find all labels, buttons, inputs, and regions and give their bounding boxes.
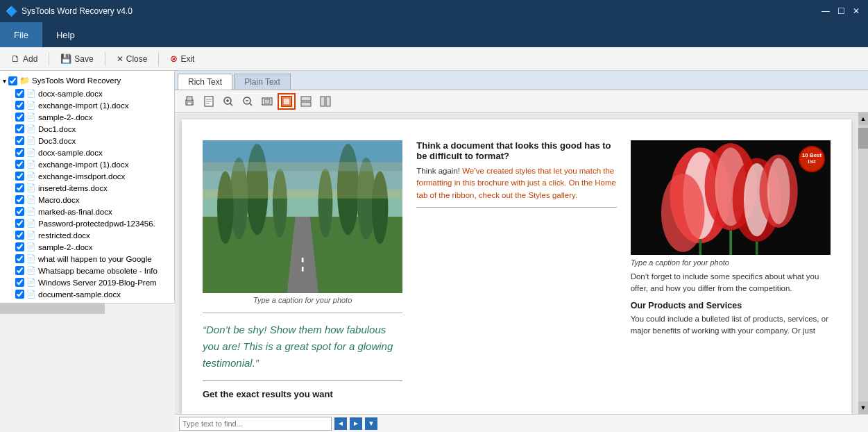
file-tree: ▾ 📁 SysTools Word Recovery 📄 docx-sample… xyxy=(0,71,174,303)
active-view-button[interactable] xyxy=(278,93,296,110)
item-checkbox[interactable] xyxy=(15,290,24,299)
flower-badge: 10 Best list xyxy=(799,146,825,172)
list-item[interactable]: 📄 Doc3.docx xyxy=(0,135,174,147)
list-item[interactable]: 📄 document-sample.docx xyxy=(0,288,174,300)
minimize-button[interactable]: — xyxy=(819,5,832,17)
root-folder-icon: 📁 xyxy=(19,76,30,85)
item-checkbox[interactable] xyxy=(15,254,24,263)
fit-width-button[interactable] xyxy=(258,93,276,110)
save-button[interactable]: 💾 Save xyxy=(53,51,100,67)
col1-quote: “Don’t be shy! Show them how fabulous yo… xyxy=(203,322,402,372)
item-checkbox[interactable] xyxy=(15,113,24,122)
find-next-button[interactable]: ► xyxy=(350,417,362,430)
svg-rect-18 xyxy=(301,97,311,101)
find-options-button[interactable]: ▼ xyxy=(365,417,377,430)
sidebar-horizontal-scrollbar[interactable] xyxy=(0,303,175,314)
col3-caption: Type a caption for your photo xyxy=(631,258,831,267)
two-col-button[interactable] xyxy=(316,93,334,110)
col3-body2: You could include a bulleted list of pro… xyxy=(631,313,831,338)
right-panel: Rich Text Plain Text xyxy=(175,71,868,432)
menu-file[interactable]: File xyxy=(0,22,42,47)
col2-body: Think again! We’ve created styles that l… xyxy=(416,165,616,201)
add-icon: 🗋 xyxy=(11,53,20,64)
file-icon: 📄 xyxy=(26,148,36,157)
sidebar-wrapper: ▾ 📁 SysTools Word Recovery 📄 docx-sample… xyxy=(0,71,175,432)
find-prev-button[interactable]: ◄ xyxy=(334,417,347,430)
scrollbar-thumb[interactable] xyxy=(858,128,868,149)
zoom-in-button[interactable] xyxy=(219,93,237,110)
road-svg-image xyxy=(203,140,402,293)
list-item[interactable]: 📄 docx-sample.docx xyxy=(0,147,174,158)
file-icon: 📄 xyxy=(26,183,36,192)
item-checkbox[interactable] xyxy=(15,183,24,192)
list-item[interactable]: 📄 sample-2-.docx xyxy=(0,111,174,123)
exit-button[interactable]: ⊗ Exit xyxy=(163,51,201,67)
item-checkbox[interactable] xyxy=(15,231,24,240)
item-checkbox[interactable] xyxy=(15,278,24,287)
save-icon: 💾 xyxy=(60,53,71,64)
root-checkbox[interactable] xyxy=(8,76,17,85)
close-window-button[interactable]: ✕ xyxy=(850,5,862,17)
tree-root-item[interactable]: ▾ 📁 SysTools Word Recovery xyxy=(0,74,174,88)
doc-column-1: Type a caption for your photo “Don’t be … xyxy=(203,140,402,404)
list-item[interactable]: 📄 restricted.docx xyxy=(0,229,174,241)
item-checkbox[interactable] xyxy=(15,136,24,145)
item-checkbox[interactable] xyxy=(15,172,24,181)
svg-line-12 xyxy=(250,103,253,106)
svg-line-8 xyxy=(230,103,233,106)
item-checkbox[interactable] xyxy=(15,89,24,98)
list-item[interactable]: 📄 Whatsapp became obsolete - Info xyxy=(0,265,174,276)
list-item[interactable]: 📄 exchange-import (1).docx xyxy=(0,158,174,170)
list-item[interactable]: 📄 what will happen to your Google xyxy=(0,253,174,265)
page-view-button[interactable] xyxy=(200,93,218,110)
print-button[interactable] xyxy=(180,93,198,110)
item-checkbox[interactable] xyxy=(15,101,24,110)
window-controls: — ☐ ✕ xyxy=(819,5,862,17)
toolbar-separator-2 xyxy=(105,52,105,66)
list-item[interactable]: 📄 exchange-import (1).docx xyxy=(0,99,174,111)
file-icon: 📄 xyxy=(26,231,36,240)
item-checkbox[interactable] xyxy=(15,148,24,157)
svg-rect-20 xyxy=(321,97,325,106)
list-item[interactable]: 📄 inseretd-items.docx xyxy=(0,182,174,194)
tab-plain-text[interactable]: Plain Text xyxy=(234,74,291,90)
file-icon: 📄 xyxy=(26,113,36,122)
item-checkbox[interactable] xyxy=(15,195,24,204)
zoom-out-button[interactable] xyxy=(239,93,257,110)
scroll-down-button[interactable]: ▼ xyxy=(858,401,868,414)
vertical-scrollbar[interactable]: ▲ ▼ xyxy=(858,113,868,414)
item-checkbox[interactable] xyxy=(15,266,24,275)
single-col-button[interactable] xyxy=(297,93,315,110)
tab-rich-text[interactable]: Rich Text xyxy=(178,74,232,90)
close-button[interactable]: ✕ Close xyxy=(110,51,155,67)
list-item[interactable]: 📄 exchange-imsdport.docx xyxy=(0,170,174,182)
file-icon: 📄 xyxy=(26,254,36,263)
svg-rect-21 xyxy=(326,97,330,106)
col2-divider-1 xyxy=(416,207,616,208)
file-tree-sidebar: ▾ 📁 SysTools Word Recovery 📄 docx-sample… xyxy=(0,71,175,303)
scroll-up-button[interactable]: ▲ xyxy=(858,113,868,125)
file-icon: 📄 xyxy=(26,219,36,228)
menu-help[interactable]: Help xyxy=(42,22,89,47)
list-item[interactable]: 📄 sample-2-.docx xyxy=(0,241,174,253)
file-icon: 📄 xyxy=(26,207,36,216)
list-item[interactable]: 📄 Doc1.docx xyxy=(0,123,174,135)
item-checkbox[interactable] xyxy=(15,242,24,251)
maximize-button[interactable]: ☐ xyxy=(835,5,847,17)
list-item[interactable]: 📄 Windows Server 2019-Blog-Prem xyxy=(0,276,174,288)
svg-rect-36 xyxy=(203,162,402,198)
doc-column-2: Think a document that looks this good ha… xyxy=(416,140,616,404)
road-image-container xyxy=(203,140,402,293)
menu-bar: File Help xyxy=(0,22,868,47)
item-checkbox[interactable] xyxy=(15,207,24,216)
add-button[interactable]: 🗋 Add xyxy=(4,51,44,67)
item-checkbox[interactable] xyxy=(15,219,24,228)
list-item[interactable]: 📄 Password-protectedpwd-123456. xyxy=(0,217,174,229)
list-item[interactable]: 📄 Macro.docx xyxy=(0,194,174,206)
item-checkbox[interactable] xyxy=(15,124,24,133)
list-item[interactable]: 📄 marked-as-final.docx xyxy=(0,206,174,217)
item-checkbox[interactable] xyxy=(15,160,24,169)
list-item[interactable]: 📄 docx-sample.docx xyxy=(0,88,174,99)
find-input[interactable] xyxy=(179,417,332,431)
document-area[interactable]: Type a caption for your photo “Don’t be … xyxy=(175,113,858,414)
